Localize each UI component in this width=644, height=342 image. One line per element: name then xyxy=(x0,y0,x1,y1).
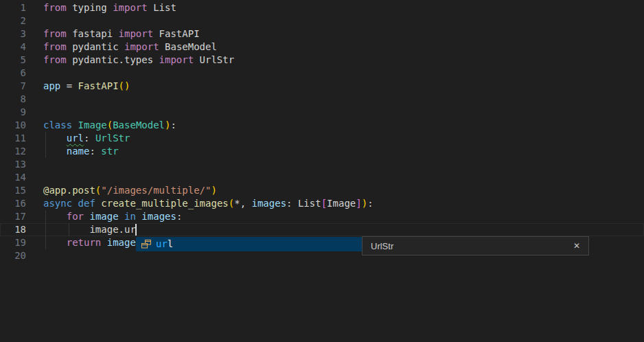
token: import xyxy=(124,41,159,52)
close-icon[interactable]: ✕ xyxy=(573,240,580,253)
token: app xyxy=(43,80,60,91)
line-number: 12 xyxy=(0,145,26,158)
code-line-18[interactable]: 18 image.ur xyxy=(0,223,644,236)
code-text: @app.post("/images/multiple/") xyxy=(43,184,217,197)
suggestion-docs-panel: UrlStr ✕ xyxy=(362,236,589,255)
token: : xyxy=(89,146,101,157)
code-line-3[interactable]: 3from fastapi import FastAPI xyxy=(0,27,644,41)
code-line-9[interactable]: 9 xyxy=(0,106,644,119)
token: ( xyxy=(229,198,234,209)
token: BaseModel xyxy=(113,119,165,130)
token: fastapi xyxy=(67,28,119,39)
token: create_multiple_images xyxy=(101,198,228,209)
token: : xyxy=(176,211,182,222)
code-line-5[interactable]: 5from pydantic.types import UrlStr xyxy=(0,54,644,67)
line-number: 2 xyxy=(0,14,26,27)
line-number: 7 xyxy=(0,80,26,93)
symbol-field-icon xyxy=(141,239,152,250)
line-number: 1 xyxy=(0,1,26,14)
code-editor[interactable]: 1from typing import List23from fastapi i… xyxy=(0,0,644,342)
code-line-14[interactable]: 14 xyxy=(0,171,644,184)
token: from xyxy=(43,28,67,39)
token: "/images/multiple/" xyxy=(101,185,211,196)
code-line-7[interactable]: 7app = FastAPI() xyxy=(0,80,644,93)
code-line-15[interactable]: 15@app.post("/images/multiple/") xyxy=(0,184,644,197)
line-number: 16 xyxy=(0,197,26,210)
token: images xyxy=(141,211,176,222)
token: : List xyxy=(286,198,321,209)
token: in xyxy=(124,211,136,222)
token: import xyxy=(113,2,148,13)
line-number: 10 xyxy=(0,119,26,132)
code-text: app = FastAPI() xyxy=(43,80,130,93)
code-text: url: UrlStr xyxy=(43,132,130,145)
token: from xyxy=(43,41,67,52)
code-line-10[interactable]: 10class Image(BaseModel): xyxy=(0,119,644,132)
suggestion-item-url[interactable]: url xyxy=(136,237,362,251)
token: Image xyxy=(78,119,107,130)
token: *, xyxy=(234,198,251,209)
token xyxy=(119,211,124,222)
token: image xyxy=(89,211,118,222)
code-line-4[interactable]: 4from pydantic import BaseModel xyxy=(0,41,644,54)
token: UrlStr xyxy=(95,133,130,144)
token: List xyxy=(148,2,176,13)
line-number: 15 xyxy=(0,184,26,197)
token xyxy=(43,133,67,144)
token: pydantic xyxy=(67,41,124,52)
code-line-16[interactable]: 16async def create_multiple_images(*, im… xyxy=(0,197,644,210)
code-text: from fastapi import FastAPI xyxy=(43,27,200,41)
token: from xyxy=(43,2,67,13)
code-text: from pydantic import BaseModel xyxy=(43,41,217,54)
token: Image xyxy=(327,198,356,209)
token: typing xyxy=(67,2,113,13)
token: ] xyxy=(356,198,361,209)
token: ( xyxy=(107,119,113,130)
code-text: async def create_multiple_images(*, imag… xyxy=(43,197,373,210)
suggestion-label: url xyxy=(156,238,173,251)
line-number: 18 xyxy=(0,223,26,236)
code-line-12[interactable]: 12 name: str xyxy=(0,145,644,158)
line-number: 5 xyxy=(0,54,26,67)
token: image.ur xyxy=(43,224,136,235)
token xyxy=(72,119,78,130)
code-line-1[interactable]: 1from typing import List xyxy=(0,1,644,14)
token: url xyxy=(67,133,84,144)
token: image xyxy=(107,237,136,248)
code-line-6[interactable]: 6 xyxy=(0,67,644,80)
code-text: image.ur xyxy=(43,223,136,236)
token: str xyxy=(101,146,118,157)
token: : xyxy=(84,133,95,144)
token: name xyxy=(67,146,90,157)
suggestion-rest-text: l xyxy=(168,238,173,249)
token: def xyxy=(78,198,95,209)
line-number: 4 xyxy=(0,41,26,54)
token: async xyxy=(43,198,72,209)
line-number: 20 xyxy=(0,249,26,262)
token: import xyxy=(119,28,154,39)
token: : xyxy=(170,119,176,130)
token: BaseModel xyxy=(159,41,217,52)
token: = xyxy=(60,80,78,91)
code-line-13[interactable]: 13 xyxy=(0,158,644,171)
token xyxy=(101,237,106,248)
token: FastAPI xyxy=(153,28,199,39)
text-cursor xyxy=(135,224,137,236)
token: pydantic.types xyxy=(67,54,159,65)
code-line-11[interactable]: 11 url: UrlStr xyxy=(0,132,644,145)
token xyxy=(43,237,67,248)
line-number: 6 xyxy=(0,67,26,80)
token: UrlStr xyxy=(194,54,234,65)
token: @app.post xyxy=(43,185,95,196)
token: images xyxy=(252,198,287,209)
code-text: name: str xyxy=(43,145,119,158)
line-number: 14 xyxy=(0,171,26,184)
token xyxy=(43,146,67,157)
token: () xyxy=(119,80,130,91)
code-line-2[interactable]: 2 xyxy=(0,14,644,27)
code-text: from typing import List xyxy=(43,1,176,14)
token: ) xyxy=(362,198,367,209)
code-line-8[interactable]: 8 xyxy=(0,93,644,106)
token: return xyxy=(67,237,102,248)
code-line-17[interactable]: 17 for image in images: xyxy=(0,210,644,223)
